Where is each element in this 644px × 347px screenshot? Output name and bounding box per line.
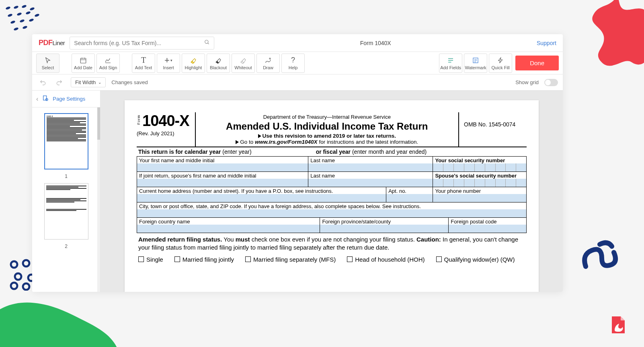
plus-icon: +▾ (164, 56, 172, 64)
label-foreign-postal: Foreign postal code (449, 218, 526, 225)
label-foreign-country: Foreign country name (137, 218, 320, 225)
signature-icon (104, 56, 112, 64)
svg-point-18 (11, 283, 17, 289)
form-subtitle-1: Use this revision to amend 2019 or later… (200, 133, 454, 139)
checkbox-qw[interactable]: Qualifying widow(er) (QW) (436, 256, 515, 263)
input-foreign-country[interactable] (137, 225, 320, 233)
search-input[interactable] (70, 37, 214, 50)
whiteout-tool[interactable]: Whiteout (232, 54, 255, 73)
svg-point-13 (11, 261, 17, 268)
input-last-name[interactable] (308, 163, 433, 171)
workspace: ‹ Page Settings 1040-X 1 2 For (32, 91, 563, 292)
add-sign-tool[interactable]: Add Sign (96, 54, 120, 73)
quickfill-tool[interactable]: Quick Fill (489, 54, 512, 73)
label-address: Current home address (number and street)… (137, 187, 386, 194)
svg-point-4 (7, 13, 12, 17)
pdf-badge-icon (608, 315, 628, 335)
done-button[interactable]: Done (515, 56, 559, 70)
input-ssn[interactable] (433, 163, 526, 171)
app-window: PDFLiner Form 1040X Support Select Add D… (32, 34, 563, 292)
label-spouse-first: If joint return, spouse's first name and… (137, 172, 308, 179)
chevron-down-icon: ⌄ (98, 80, 101, 85)
add-date-tool[interactable]: Add Date (72, 54, 95, 73)
svg-point-5 (16, 12, 22, 16)
label-phone: Your phone number (433, 187, 526, 194)
form-department: Department of the Treasury—Internal Reve… (200, 114, 454, 120)
add-text-tool[interactable]: TAdd Text (132, 54, 155, 73)
thumbnails: 1040-X 1 2 (32, 107, 100, 292)
label-last-name: Last name (308, 157, 433, 163)
input-phone[interactable] (433, 194, 526, 202)
save-status: Changes saved (111, 79, 148, 85)
form-revision: (Rev. July 2021) (137, 130, 189, 136)
filing-status-checks: Single Married filing jointly Married fi… (137, 254, 527, 265)
toolbar: Select Add Date Add Sign TAdd Text +▾Ins… (32, 52, 563, 74)
draw-tool[interactable]: Draw (256, 54, 280, 73)
input-spouse-last[interactable] (308, 179, 433, 187)
svg-point-6 (25, 11, 31, 15)
form-foreign-grid: Foreign country name Foreign province/st… (137, 218, 527, 233)
search-field[interactable] (74, 40, 201, 46)
thumbnail-page-2[interactable] (44, 183, 88, 240)
highlight-tool[interactable]: Highlight (182, 54, 205, 73)
document-title: Form 1040X (219, 40, 532, 46)
sidebar: ‹ Page Settings 1040-X 1 2 (32, 91, 100, 292)
lightning-icon (496, 56, 505, 64)
form-address-grid: Current home address (number and street)… (137, 187, 527, 218)
svg-point-12 (22, 25, 27, 29)
form-header: Form1040-X (Rev. July 2021) Department o… (137, 112, 527, 147)
help-tool[interactable]: ?Help (281, 54, 305, 73)
cursor-icon (44, 56, 52, 64)
input-spouse-first[interactable] (137, 179, 308, 187)
pdf-page: Form1040-X (Rev. July 2021) Department o… (125, 100, 539, 292)
input-foreign-province[interactable] (320, 225, 448, 233)
collapse-sidebar-button[interactable]: ‹ (36, 95, 38, 103)
input-city[interactable] (137, 209, 526, 217)
text-icon: T (139, 56, 148, 64)
thumb-2-number: 2 (65, 244, 68, 249)
gear-icon (42, 95, 49, 103)
checkbox-hoh[interactable]: Head of household (HOH) (347, 256, 425, 263)
thumbnails-scrollbar[interactable] (97, 107, 100, 292)
input-foreign-postal[interactable] (449, 225, 526, 233)
insert-tool[interactable]: +▾Insert (157, 54, 180, 73)
label-apt: Apt. no. (386, 187, 433, 194)
blackout-tool[interactable]: Blackout (207, 54, 230, 73)
search-icon[interactable] (204, 39, 210, 46)
redo-button[interactable] (54, 77, 65, 88)
input-spouse-ssn[interactable] (433, 179, 526, 187)
watermark-tool[interactable]: Watermark (464, 54, 487, 73)
svg-point-27 (269, 58, 271, 59)
canvas[interactable]: Form1040-X (Rev. July 2021) Department o… (100, 91, 563, 292)
page-settings-label[interactable]: Page Settings (53, 96, 85, 102)
whiteout-icon (239, 56, 247, 64)
label-city: City, town or post office, state, and ZI… (137, 202, 526, 209)
decor-blob-green-icon (0, 299, 121, 347)
add-fields-tool[interactable]: Add Fields (439, 54, 462, 73)
svg-point-11 (13, 27, 18, 31)
input-apt[interactable] (386, 194, 433, 202)
form-omb: OMB No. 1545-0074 (458, 112, 527, 147)
help-icon: ? (289, 56, 297, 64)
svg-point-3 (29, 7, 35, 11)
label-foreign-province: Foreign province/state/county (320, 218, 448, 225)
select-tool[interactable]: Select (36, 54, 59, 73)
amended-status-text: Amended return filing status. You must c… (137, 233, 527, 254)
show-grid-toggle[interactable] (544, 79, 558, 86)
undo-button[interactable] (37, 77, 48, 88)
titlebar: PDFLiner Form 1040X Support (32, 34, 563, 52)
decor-splash-tr-icon (580, 0, 644, 72)
form-subtitle-2: Go to www.irs.gov/Form1040X for instruct… (200, 139, 454, 145)
svg-point-16 (15, 273, 21, 280)
input-first-name[interactable] (137, 163, 308, 171)
support-link[interactable]: Support (537, 40, 556, 46)
zoom-select[interactable]: Fit Width⌄ (71, 77, 106, 87)
checkbox-mfs[interactable]: Married filing separately (MFS) (245, 256, 336, 263)
checkbox-single[interactable]: Single (138, 256, 163, 263)
form-title: Amended U.S. Individual Income Tax Retur… (200, 121, 454, 132)
input-address[interactable] (137, 194, 386, 202)
show-grid-label: Show grid (515, 79, 539, 85)
thumbnail-page-1[interactable]: 1040-X (44, 113, 88, 169)
checkbox-mfj[interactable]: Married filing jointly (174, 256, 234, 263)
form-word: Form (137, 115, 141, 125)
